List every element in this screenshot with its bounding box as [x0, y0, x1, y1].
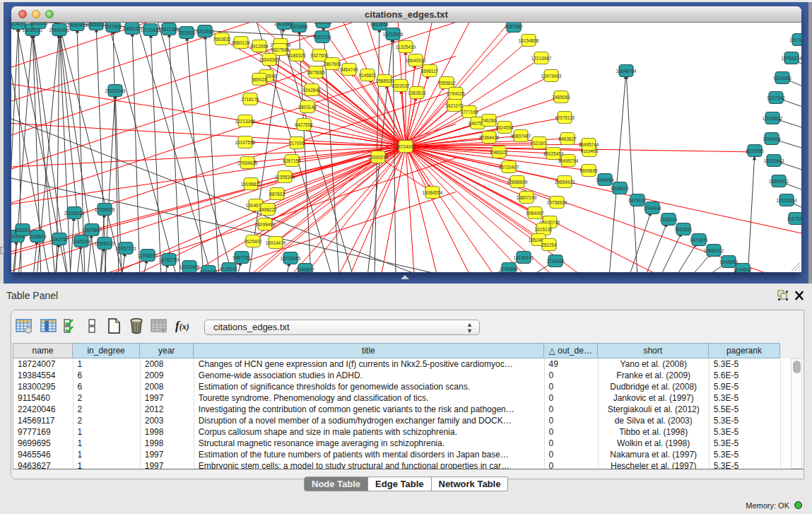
svg-text:1733426: 1733426	[546, 259, 565, 264]
svg-text:17957223: 17957223	[116, 246, 136, 251]
svg-text:12093822: 12093822	[763, 116, 783, 121]
svg-text:16154808: 16154808	[519, 38, 539, 43]
svg-text:887833: 887833	[269, 192, 285, 197]
svg-text:2342757: 2342757	[50, 237, 69, 242]
svg-text:12505135: 12505135	[95, 241, 115, 246]
svg-text:7640547: 7640547	[296, 267, 314, 272]
svg-text:15716485: 15716485	[281, 256, 301, 261]
svg-text:9146821: 9146821	[358, 73, 377, 78]
svg-text:517006: 517006	[289, 141, 305, 146]
svg-text:62160: 62160	[533, 141, 546, 146]
svg-text:8938923: 8938923	[611, 186, 629, 191]
svg-text:9084067: 9084067	[526, 211, 544, 216]
svg-text:12213369: 12213369	[235, 119, 256, 124]
svg-text:9777169: 9777169	[460, 110, 478, 115]
svg-text:9457791: 9457791	[233, 255, 251, 260]
svg-text:3875685: 3875685	[307, 70, 325, 75]
svg-text:18724007: 18724007	[396, 144, 416, 149]
svg-text:2803144: 2803144	[298, 105, 317, 110]
svg-text:1615132: 1615132	[534, 227, 553, 232]
svg-text:9463627: 9463627	[558, 136, 577, 141]
svg-text:19654923: 19654923	[555, 180, 575, 185]
svg-text:1588520: 1588520	[375, 78, 394, 83]
svg-text:15692971: 15692971	[769, 179, 789, 184]
svg-text:9227342: 9227342	[767, 95, 785, 100]
svg-text:1440954: 1440954	[596, 177, 614, 182]
svg-text:7357224: 7357224	[313, 35, 331, 40]
svg-text:19756928: 19756928	[547, 200, 567, 205]
svg-text:12975115: 12975115	[555, 115, 575, 120]
svg-text:16782759: 16782759	[159, 257, 180, 262]
svg-text:10654112: 10654112	[704, 248, 724, 253]
svg-text:3624554: 3624554	[495, 125, 514, 130]
svg-text:10025453: 10025453	[543, 151, 564, 156]
svg-text:1696117: 1696117	[421, 69, 439, 74]
svg-text:16648784: 16648784	[616, 69, 637, 74]
svg-text:20691406: 20691406	[49, 28, 70, 33]
svg-text:9245652: 9245652	[719, 259, 738, 264]
svg-text:18300295: 18300295	[368, 155, 389, 160]
svg-text:8813054: 8813054	[370, 23, 389, 27]
svg-text:8454749: 8454749	[340, 67, 358, 72]
svg-text:9806395: 9806395	[30, 23, 48, 25]
svg-text:20206538: 20206538	[64, 211, 85, 216]
svg-text:9192034: 9192034	[199, 269, 218, 273]
svg-text:5962845: 5962845	[314, 23, 332, 25]
svg-text:19060905: 19060905	[67, 23, 88, 28]
svg-text:15751074: 15751074	[782, 56, 801, 61]
svg-text:16640910: 16640910	[406, 58, 426, 63]
svg-text:16495744: 16495744	[579, 142, 599, 147]
svg-text:10107553: 10107553	[235, 140, 256, 145]
svg-text:20364436: 20364436	[479, 135, 500, 140]
svg-text:14099489: 14099489	[255, 222, 276, 227]
svg-text:8471676: 8471676	[690, 238, 708, 243]
svg-text:6794028: 6794028	[447, 91, 465, 96]
svg-text:8660124: 8660124	[232, 40, 250, 45]
svg-text:11355394: 11355394	[275, 175, 295, 180]
svg-text:7625402: 7625402	[244, 239, 262, 244]
svg-text:9327506: 9327506	[310, 53, 329, 58]
svg-text:10973493: 10973493	[541, 74, 562, 78]
svg-text:10688609: 10688609	[507, 180, 528, 185]
svg-text:11325419: 11325419	[396, 45, 416, 49]
svg-text:7663822: 7663822	[213, 37, 231, 42]
svg-text:15720407: 15720407	[499, 165, 519, 170]
svg-text:9827506: 9827506	[271, 47, 289, 52]
svg-text:2867608: 2867608	[323, 62, 341, 66]
svg-text:7515526: 7515526	[177, 30, 196, 35]
svg-text:1527602: 1527602	[104, 24, 122, 29]
svg-text:6466160: 6466160	[123, 26, 141, 31]
svg-text:989028: 989028	[252, 77, 267, 82]
svg-text:2718176: 2718176	[241, 97, 259, 102]
svg-text:1744444: 1744444	[643, 206, 661, 211]
svg-text:9329966: 9329966	[773, 76, 792, 81]
svg-text:18807249: 18807249	[517, 195, 537, 200]
svg-text:10671385: 10671385	[159, 27, 180, 32]
svg-text:2087682: 2087682	[505, 24, 523, 29]
svg-text:19218506: 19218506	[383, 32, 404, 37]
svg-text:19384554: 19384554	[423, 190, 443, 195]
svg-text:19166827: 19166827	[241, 182, 261, 187]
svg-text:14136141: 14136141	[514, 255, 534, 260]
svg-text:1244419: 1244419	[763, 136, 781, 141]
svg-text:6479197: 6479197	[628, 198, 647, 203]
svg-text:11958107: 11958107	[138, 253, 158, 258]
svg-text:16495794: 16495794	[558, 158, 579, 163]
svg-text:7632621: 7632621	[674, 227, 693, 232]
svg-text:9498222: 9498222	[259, 207, 277, 212]
svg-text:9699695: 9699695	[579, 168, 598, 173]
svg-text:10975867: 10975867	[82, 228, 102, 233]
svg-text:10719185: 10719185	[141, 28, 161, 33]
svg-text:8186325: 8186325	[288, 53, 306, 58]
svg-text:8128331: 8128331	[220, 267, 238, 271]
svg-text:8322037: 8322037	[392, 83, 410, 88]
svg-text:1167535: 1167535	[787, 216, 801, 221]
svg-text:8267150: 8267150	[283, 158, 301, 163]
svg-text:20053346: 20053346	[105, 88, 126, 93]
svg-text:746266: 746266	[481, 118, 497, 123]
svg-text:1156829: 1156829	[29, 234, 47, 239]
svg-text:252254: 252254	[541, 243, 557, 247]
svg-text:11171327: 11171327	[789, 37, 801, 42]
svg-text:16543362: 16543362	[259, 57, 280, 62]
svg-text:2935114: 2935114	[660, 217, 678, 222]
